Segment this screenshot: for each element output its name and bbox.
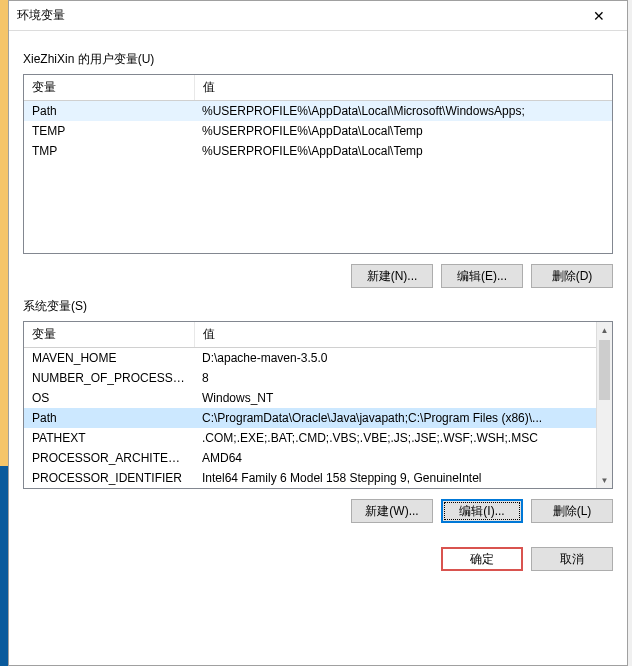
- cell-val: 8: [194, 368, 612, 388]
- cell-val: .COM;.EXE;.BAT;.CMD;.VBS;.VBE;.JS;.JSE;.…: [194, 428, 612, 448]
- user-new-button[interactable]: 新建(N)...: [351, 264, 433, 288]
- cancel-button[interactable]: 取消: [531, 547, 613, 571]
- user-col-header-val[interactable]: 值: [194, 75, 612, 101]
- table-row[interactable]: TMP %USERPROFILE%\AppData\Local\Temp: [24, 141, 612, 161]
- sys-vars-group: 系统变量(S) 变量 值 MAVEN_HOME D:\apache-maven-…: [23, 298, 613, 523]
- dialog-footer: 确定 取消: [23, 547, 613, 571]
- user-delete-button[interactable]: 删除(D): [531, 264, 613, 288]
- user-vars-buttons: 新建(N)... 编辑(E)... 删除(D): [23, 264, 613, 288]
- cell-var: TMP: [24, 141, 194, 161]
- cell-var: Path: [24, 101, 194, 122]
- table-row[interactable]: PROCESSOR_IDENTIFIER Intel64 Family 6 Mo…: [24, 468, 612, 488]
- user-vars-table-container: 变量 值 Path %USERPROFILE%\AppData\Local\Mi…: [23, 74, 613, 254]
- table-row[interactable]: Path %USERPROFILE%\AppData\Local\Microso…: [24, 101, 612, 122]
- cell-var: TEMP: [24, 121, 194, 141]
- cell-val: %USERPROFILE%\AppData\Local\Temp: [194, 121, 612, 141]
- scroll-thumb[interactable]: [599, 340, 610, 400]
- user-col-header-var[interactable]: 变量: [24, 75, 194, 101]
- table-row[interactable]: TEMP %USERPROFILE%\AppData\Local\Temp: [24, 121, 612, 141]
- sys-col-header-val[interactable]: 值: [194, 322, 612, 348]
- table-row[interactable]: NUMBER_OF_PROCESSORS 8: [24, 368, 612, 388]
- table-row[interactable]: PROCESSOR_ARCHITECT... AMD64: [24, 448, 612, 468]
- window-title: 环境变量: [17, 7, 579, 24]
- cell-var: PATHEXT: [24, 428, 194, 448]
- user-vars-table[interactable]: 变量 值 Path %USERPROFILE%\AppData\Local\Mi…: [24, 75, 612, 161]
- ok-button[interactable]: 确定: [441, 547, 523, 571]
- sys-vars-buttons: 新建(W)... 编辑(I)... 删除(L): [23, 499, 613, 523]
- cell-val: Intel64 Family 6 Model 158 Stepping 9, G…: [194, 468, 612, 488]
- cell-val: C:\ProgramData\Oracle\Java\javapath;C:\P…: [194, 408, 612, 428]
- cell-var: NUMBER_OF_PROCESSORS: [24, 368, 194, 388]
- cell-val: AMD64: [194, 448, 612, 468]
- titlebar: 环境变量 ✕: [9, 1, 627, 31]
- close-button[interactable]: ✕: [579, 2, 619, 30]
- sys-vars-scrollbar[interactable]: ▲ ▼: [596, 322, 612, 488]
- cell-var: PROCESSOR_IDENTIFIER: [24, 468, 194, 488]
- cell-val: Windows_NT: [194, 388, 612, 408]
- close-icon: ✕: [593, 8, 605, 24]
- sys-col-header-var[interactable]: 变量: [24, 322, 194, 348]
- cell-val: %USERPROFILE%\AppData\Local\Temp: [194, 141, 612, 161]
- scroll-down-icon[interactable]: ▼: [597, 472, 612, 488]
- cell-var: Path: [24, 408, 194, 428]
- user-vars-group: XieZhiXin 的用户变量(U) 变量 值 Path %USERPROFIL…: [23, 51, 613, 288]
- sys-new-button[interactable]: 新建(W)...: [351, 499, 433, 523]
- cell-var: OS: [24, 388, 194, 408]
- scroll-up-icon[interactable]: ▲: [597, 322, 612, 338]
- sys-vars-table-container: 变量 值 MAVEN_HOME D:\apache-maven-3.5.0 NU…: [23, 321, 613, 489]
- env-vars-dialog: 环境变量 ✕ http://blog.csdn.net/lihua5419 Xi…: [8, 0, 628, 666]
- cell-val: %USERPROFILE%\AppData\Local\Microsoft\Wi…: [194, 101, 612, 122]
- dialog-body: http://blog.csdn.net/lihua5419 XieZhiXin…: [9, 31, 627, 665]
- table-row[interactable]: MAVEN_HOME D:\apache-maven-3.5.0: [24, 348, 612, 369]
- sys-edit-button[interactable]: 编辑(I)...: [441, 499, 523, 523]
- table-row[interactable]: PATHEXT .COM;.EXE;.BAT;.CMD;.VBS;.VBE;.J…: [24, 428, 612, 448]
- table-row[interactable]: OS Windows_NT: [24, 388, 612, 408]
- sys-vars-table[interactable]: 变量 值 MAVEN_HOME D:\apache-maven-3.5.0 NU…: [24, 322, 612, 488]
- sys-vars-label: 系统变量(S): [23, 298, 613, 315]
- cell-var: PROCESSOR_ARCHITECT...: [24, 448, 194, 468]
- user-vars-label: XieZhiXin 的用户变量(U): [23, 51, 613, 68]
- cell-var: MAVEN_HOME: [24, 348, 194, 369]
- table-row[interactable]: Path C:\ProgramData\Oracle\Java\javapath…: [24, 408, 612, 428]
- sys-delete-button[interactable]: 删除(L): [531, 499, 613, 523]
- left-background-strip: [0, 0, 8, 666]
- user-edit-button[interactable]: 编辑(E)...: [441, 264, 523, 288]
- cell-val: D:\apache-maven-3.5.0: [194, 348, 612, 369]
